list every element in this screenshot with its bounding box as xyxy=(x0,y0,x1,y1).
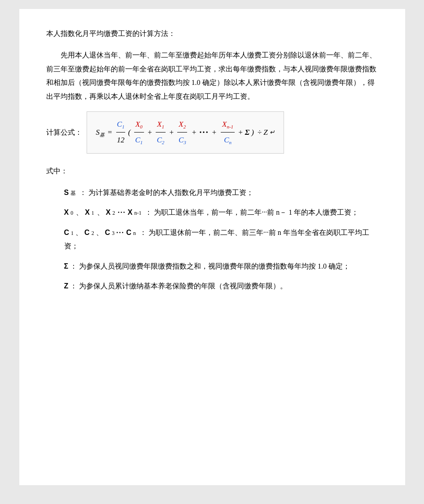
body-paragraph: 先用本人退休当年、前一年、前二年至缴费起始年历年本人缴费工资分别除以退休前一年、… xyxy=(46,49,378,103)
formula-label: 计算公式： xyxy=(46,126,82,139)
s-subscript: 基 xyxy=(70,190,76,196)
s-symbol-label: S xyxy=(64,189,69,196)
formula-section: 计算公式： S基 = C1 12 ( X0 C1 + X1 xyxy=(46,111,378,154)
intro-label: 本人指数化月平均缴费工资的计算方法： xyxy=(46,30,175,37)
def-x: X 0 、 X 1 、 X 2 ··· X n-1 ： 为职工退休当年，前一年，… xyxy=(64,206,378,219)
definitions-intro: 式中： xyxy=(46,164,378,178)
z-definition: 为参保人员累计缴纳基本养老保险费的年限（含视同缴费年限）。 xyxy=(79,282,287,290)
main-page: 本人指数化月平均缴费工资的计算方法： 先用本人退休当年、前一年、前二年至缴费起始… xyxy=(19,9,405,485)
def-z: Z ： 为参保人员累计缴纳基本养老保险费的年限（含视同缴费年限）。 xyxy=(64,279,378,293)
sigma-symbol: Σ xyxy=(64,262,69,270)
body-text: 先用本人退休当年、前一年、前二年至缴费起始年历年本人缴费工资分别除以退休前一年、… xyxy=(46,51,376,100)
formula-content: S基 = C1 12 ( X0 C1 + X1 C2 + xyxy=(96,117,275,148)
def-title: 式中： xyxy=(46,167,68,175)
sigma-definition: 为参保人员视同缴费年限缴费指数之和，视同缴费年限的缴费指数每年均按 1.0 确定… xyxy=(79,262,350,270)
definitions-block: S 基 ： 为计算基础养老金时的本人指数化月平均缴费工资； X 0 、 X 1 … xyxy=(64,186,378,293)
def-c: C 1 、 C 2 、 C 3 ··· C n ： 为职工退休前一年，前二年、前… xyxy=(64,226,378,253)
x-definition: 为职工退休当年，前一年，前二年···前 n－ 1 年的本人缴费工资； xyxy=(154,208,358,216)
z-symbol: Z xyxy=(64,282,69,290)
def-sigma: Σ ： 为参保人员视同缴费年限缴费指数之和，视同缴费年限的缴费指数每年均按 1.… xyxy=(64,260,378,273)
c-definition: 为职工退休前一年，前二年、前三年···前 n 年当年全省在岗职工平均工资； xyxy=(64,229,369,250)
def-s: S 基 ： 为计算基础养老金时的本人指数化月平均缴费工资； xyxy=(64,186,378,199)
formula-box: S基 = C1 12 ( X0 C1 + X1 C2 + xyxy=(87,111,284,154)
s-definition: 为计算基础养老金时的本人指数化月平均缴费工资； xyxy=(88,189,254,196)
intro-text: 本人指数化月平均缴费工资的计算方法： xyxy=(46,27,378,40)
